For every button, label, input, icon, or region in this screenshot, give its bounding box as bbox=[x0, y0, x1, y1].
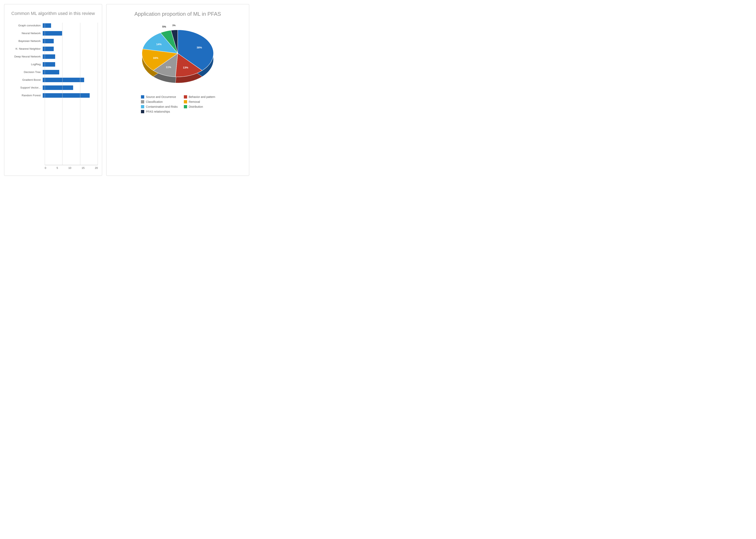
bar-label: Support Vector... bbox=[8, 86, 43, 89]
legend-item: Source and Occurrence bbox=[141, 95, 178, 99]
bar-row: Random Forest bbox=[8, 93, 98, 98]
x-axis: 05101520 bbox=[45, 165, 98, 170]
bar-row: Deep Neural Network bbox=[8, 54, 98, 59]
bar-row: LogReg bbox=[8, 61, 98, 67]
bar-label: Deep Neural Network bbox=[8, 55, 43, 58]
bar-track bbox=[43, 93, 98, 98]
x-tick: 15 bbox=[82, 166, 85, 170]
legend-label: Source and Occurrence bbox=[146, 95, 176, 99]
legend-item: PFAS relationships bbox=[141, 110, 178, 113]
pie-label: 38% bbox=[197, 46, 202, 49]
left-panel: Common ML algorithm used in this review … bbox=[4, 4, 102, 176]
bar-fill bbox=[43, 62, 55, 67]
bar-label: Neural Network bbox=[8, 32, 43, 35]
legend-label: Contamination and Risks bbox=[146, 105, 178, 108]
pie-chart-title: Application proportion of ML in PFAS bbox=[134, 10, 221, 18]
legend-item: Classification bbox=[141, 100, 178, 104]
bar-row: Graph convolution bbox=[8, 23, 98, 29]
legend-label: Behavior and pattern bbox=[189, 95, 215, 99]
bars-and-grid: Graph convolutionNeural NetworkBayesian … bbox=[8, 23, 98, 165]
bar-row: Gradient Boost bbox=[8, 77, 98, 83]
right-panel: Application proportion of ML in PFAS 38%… bbox=[106, 4, 249, 176]
bar-fill bbox=[43, 39, 54, 43]
pie-label: 14% bbox=[156, 43, 162, 46]
legend-item: Contamination and Risks bbox=[141, 105, 178, 108]
pie-container: 38%13%11%16%14%5%3% Source and Occurrenc… bbox=[135, 22, 221, 170]
legend-label: Classification bbox=[146, 100, 163, 104]
legend-label: Removal bbox=[189, 100, 200, 104]
legend-label: PFAS relationships bbox=[146, 110, 170, 113]
legend-color-box bbox=[141, 110, 144, 113]
bar-fill bbox=[43, 70, 59, 74]
bar-row: K- Nearest Neighbor bbox=[8, 46, 98, 52]
bar-track bbox=[43, 54, 98, 59]
legend-color-box bbox=[141, 105, 144, 108]
bar-track bbox=[43, 85, 98, 90]
bar-track bbox=[43, 23, 98, 28]
bar-fill bbox=[43, 46, 54, 51]
bar-track bbox=[43, 39, 98, 43]
legend-color-box bbox=[141, 95, 144, 99]
bar-label: Random Forest bbox=[8, 94, 43, 97]
bar-track bbox=[43, 62, 98, 67]
bar-fill bbox=[43, 78, 84, 82]
pie-label: 11% bbox=[166, 66, 171, 69]
bar-track bbox=[43, 78, 98, 82]
bar-row: Support Vector... bbox=[8, 85, 98, 91]
legend-color-box bbox=[184, 95, 187, 99]
bar-row: Bayesian Network bbox=[8, 38, 98, 44]
pie-label: 3% bbox=[172, 24, 176, 27]
bar-track bbox=[43, 31, 98, 36]
bar-track bbox=[43, 70, 98, 74]
bar-chart-title: Common ML algorithm used in this review bbox=[8, 10, 98, 17]
bar-label: Bayesian Network bbox=[8, 39, 43, 42]
bar-fill bbox=[43, 23, 51, 28]
x-tick: 20 bbox=[95, 166, 98, 170]
legend-label: Distribution bbox=[189, 105, 203, 108]
bar-row: Neural Network bbox=[8, 31, 98, 36]
bar-label: Decision Tree bbox=[8, 70, 43, 74]
bar-label: K- Nearest Neighbor bbox=[8, 47, 43, 50]
legend-item: Behavior and pattern bbox=[184, 95, 221, 99]
bar-track bbox=[43, 46, 98, 51]
pie-label: 16% bbox=[153, 56, 158, 59]
x-tick: 5 bbox=[57, 166, 58, 170]
bar-fill bbox=[43, 93, 90, 98]
bar-label: LogReg bbox=[8, 63, 43, 66]
bar-label: Gradient Boost bbox=[8, 78, 43, 81]
pie-label: 13% bbox=[183, 66, 188, 69]
x-tick: 0 bbox=[45, 166, 46, 170]
bar-row: Decision Tree bbox=[8, 69, 98, 75]
bar-fill bbox=[43, 31, 62, 36]
bar-fill bbox=[43, 85, 73, 90]
pie-svg-wrapper: 38%13%11%16%14%5%3% bbox=[135, 22, 221, 91]
pie-label: 5% bbox=[162, 25, 166, 29]
bar-fill bbox=[43, 54, 55, 59]
x-tick: 10 bbox=[68, 166, 71, 170]
bar-chart-container: Graph convolutionNeural NetworkBayesian … bbox=[8, 23, 98, 170]
legend-color-box bbox=[184, 100, 187, 104]
legend-item: Removal bbox=[184, 100, 221, 104]
legend-color-box bbox=[141, 100, 144, 104]
legend-item: Distribution bbox=[184, 105, 221, 108]
bar-label: Graph convolution bbox=[8, 24, 43, 27]
legend-color-box bbox=[184, 105, 187, 108]
legend-area: Source and OccurrenceBehavior and patter… bbox=[135, 95, 220, 113]
